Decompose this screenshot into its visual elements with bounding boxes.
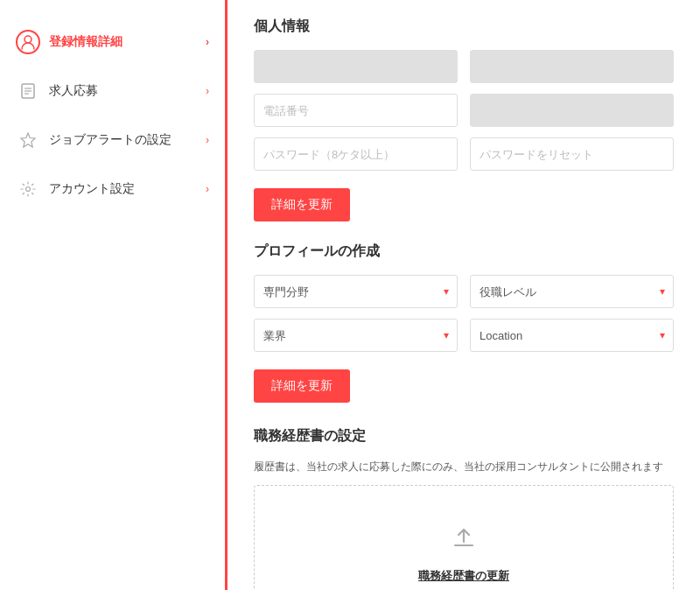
industry-select-wrap: 業界 ▾ xyxy=(254,319,458,352)
resume-upload-box[interactable]: 職務経歴書の更新 xyxy=(254,485,674,590)
personal-info-update-button[interactable]: 詳細を更新 xyxy=(254,188,350,221)
industry-select[interactable]: 業界 xyxy=(254,319,458,352)
main-content: 個人情報 詳細を更新 プロフィールの作成 専門分野 ▾ xyxy=(228,0,700,590)
last-name-input[interactable] xyxy=(470,50,674,83)
level-select[interactable]: 役職レベル xyxy=(470,275,674,308)
gear-icon xyxy=(16,177,40,201)
doc-icon xyxy=(16,79,40,103)
svg-point-6 xyxy=(26,187,31,192)
first-name-input[interactable] xyxy=(254,50,458,83)
sidebar-label-registration: 登録情報詳細 xyxy=(49,34,122,50)
svg-point-0 xyxy=(24,36,32,43)
specialty-select-wrap: 専門分野 ▾ xyxy=(254,275,458,308)
profile-update-button[interactable]: 詳細を更新 xyxy=(254,369,350,403)
profile-row2: 業界 ▾ Location ▾ xyxy=(254,319,674,352)
upload-icon xyxy=(448,521,480,559)
sidebar-label-job-apply: 求人応募 xyxy=(49,83,98,99)
person-icon xyxy=(16,30,40,54)
personal-info-row1 xyxy=(254,50,674,83)
profile-title: プロフィールの作成 xyxy=(254,242,674,261)
chevron-right-icon: › xyxy=(206,134,209,146)
sidebar-item-job-apply[interactable]: 求人応募 › xyxy=(0,67,225,116)
resume-section: 職務経歴書の設定 履歴書は、当社の求人に応募した際にのみ、当社の採用コンサルタン… xyxy=(254,427,674,590)
chevron-right-icon: › xyxy=(206,36,209,48)
sidebar-label-job-alert: ジョブアラートの設定 xyxy=(49,132,172,148)
chevron-right-icon: › xyxy=(206,183,209,195)
resume-title: 職務経歴書の設定 xyxy=(254,427,674,446)
sidebar-item-registration[interactable]: 登録情報詳細 › xyxy=(0,18,225,67)
location-select-wrap: Location ▾ xyxy=(470,319,674,352)
location-select[interactable]: Location xyxy=(470,319,674,352)
sidebar-item-account[interactable]: アカウント設定 › xyxy=(0,165,225,214)
resume-upload-label[interactable]: 職務経歴書の更新 xyxy=(418,568,509,584)
specialty-select[interactable]: 専門分野 xyxy=(254,275,458,308)
personal-info-row2 xyxy=(254,94,674,127)
password-reset-input[interactable] xyxy=(470,137,674,171)
chevron-right-icon: › xyxy=(206,85,209,97)
phone-input[interactable] xyxy=(254,94,458,127)
sidebar-label-account: アカウント設定 xyxy=(49,181,135,197)
resume-desc: 履歴書は、当社の求人に応募した際にのみ、当社の採用コンサルタントに公開されます xyxy=(254,460,674,474)
sidebar-item-job-alert[interactable]: ジョブアラートの設定 › xyxy=(0,116,225,165)
level-select-wrap: 役職レベル ▾ xyxy=(470,275,674,308)
profile-row1: 専門分野 ▾ 役職レベル ▾ xyxy=(254,275,674,308)
sidebar: 登録情報詳細 › 求人応募 › ジョブアラートの設定 xyxy=(0,0,228,590)
password-input[interactable] xyxy=(254,137,458,171)
personal-info-title: 個人情報 xyxy=(254,18,674,36)
email-input[interactable] xyxy=(470,94,674,127)
personal-info-row3 xyxy=(254,137,674,171)
star-icon xyxy=(16,128,40,152)
svg-marker-5 xyxy=(21,133,35,147)
